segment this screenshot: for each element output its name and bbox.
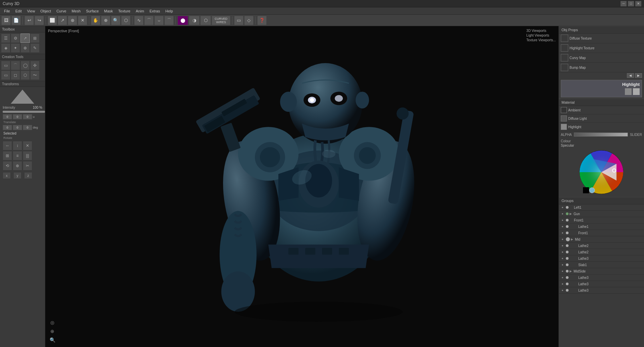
group-lathe3[interactable]: ● Lathe3 [559, 255, 644, 262]
minimize-button[interactable]: ─ [621, 1, 627, 6]
toolbar-redo-btn[interactable]: ↪ [35, 16, 44, 25]
curvy-map-slot[interactable]: Curvy Map [559, 53, 644, 63]
tt-grid[interactable]: ⊞ [3, 151, 12, 160]
bump-value-btn[interactable]: ▶ [635, 73, 642, 78]
toolbar-move-btn[interactable]: ⊕ [101, 16, 110, 25]
ct-7[interactable]: ⬡ [20, 70, 30, 80]
rotate-z-input[interactable] [23, 125, 32, 130]
highlight-btn-1[interactable] [625, 88, 632, 95]
ct-1[interactable]: ▭ [1, 61, 10, 70]
tool-6[interactable]: ✦ [11, 43, 20, 53]
toolbar-spline-btn[interactable]: ⌒ [144, 16, 154, 25]
toolbar-path-btn[interactable]: ⌣ [154, 16, 164, 25]
ct-4[interactable]: ✣ [30, 61, 40, 70]
toolbar-select-btn[interactable]: ↗ [58, 16, 67, 25]
bump-map-slot[interactable]: Bump Map [559, 63, 644, 72]
menu-object[interactable]: Object [38, 8, 54, 14]
ct-2[interactable]: ⌒ [11, 61, 20, 70]
menu-edit[interactable]: Edit [13, 8, 24, 14]
tool-8[interactable]: ✎ [30, 43, 40, 53]
ambient-slot[interactable]: Ambient [559, 106, 644, 114]
close-button[interactable]: ✕ [635, 1, 641, 6]
toolbar-halfsphere-btn[interactable]: ◑ [189, 16, 200, 25]
translate-z-input[interactable] [23, 114, 32, 119]
alpha-slider[interactable] [574, 133, 628, 137]
tool-4[interactable]: ⊞ [30, 34, 40, 43]
toolbar-delete-btn[interactable]: ✕ [78, 16, 87, 25]
toolbar-extra-btn[interactable]: ⬡ [121, 16, 130, 25]
menu-help[interactable]: Help [163, 8, 176, 14]
toolbar-undo-btn[interactable]: ↩ [24, 16, 34, 25]
group-gun[interactable]: ● ▶ Gun [559, 211, 644, 217]
group-lathe2[interactable]: ● Lathe2 [559, 243, 644, 249]
highlight-slot[interactable]: Highlight [559, 123, 644, 131]
translate-y-input[interactable] [13, 114, 22, 119]
viewport-zoom-icon[interactable]: 🔍 [49, 336, 56, 344]
viewport-area[interactable]: Perspective [Front] [45, 26, 558, 347]
tt-rotate-2d[interactable]: ⟲ [3, 161, 12, 170]
toolbar-wire-btn[interactable]: ⬡ [200, 16, 211, 25]
toolbar-curved-wire-btn[interactable]: CURVEDWIRES [212, 16, 230, 25]
toolbar-help-btn[interactable]: ❓ [257, 16, 267, 25]
group-slab1[interactable]: ● Slab1 [559, 262, 644, 268]
viewport-3d-item[interactable]: 3D Viewports [526, 29, 556, 33]
color-wheel-svg[interactable] [578, 149, 625, 196]
group-lathe3-3[interactable]: ● Lathe3 [559, 281, 644, 287]
menu-mask[interactable]: Mask [101, 8, 115, 14]
tool-7[interactable]: ⊕ [20, 43, 30, 53]
toolbar-bezier-btn[interactable]: ⌒ [164, 16, 174, 25]
toolbar-pan-btn[interactable]: ✋ [91, 16, 100, 25]
group-front1[interactable]: ● Front1 [559, 217, 644, 224]
group-mid[interactable]: ● ▶ Mid [559, 236, 644, 243]
viewport-texture-item[interactable]: Texture Viewports... [526, 38, 556, 42]
tool-1[interactable]: ☰ [1, 34, 10, 43]
toolbar-rotate-mode-btn[interactable]: ⊛ [68, 16, 77, 25]
menu-curve[interactable]: Curve [54, 8, 69, 14]
group-lathe2-2[interactable]: ● Lathe2 [559, 249, 644, 255]
toolbar-sphere-btn[interactable]: ⬤ [177, 16, 188, 25]
toolbar-copy-btn[interactable]: ⬜ [48, 16, 57, 25]
tt-move-v[interactable]: ↕ [13, 141, 22, 150]
group-midside[interactable]: ● ▶ MidSide [559, 268, 644, 275]
axis-z-btn[interactable]: z [24, 172, 32, 179]
tool-2[interactable]: ⚙ [11, 34, 20, 43]
tt-cross[interactable]: ✕ [23, 141, 32, 150]
group-lathe3-4[interactable]: ● Lathe3 [559, 287, 644, 294]
tt-lines[interactable]: ≡ [13, 151, 22, 160]
tt-move-h[interactable]: ↔ [3, 141, 12, 150]
menu-view[interactable]: View [24, 8, 38, 14]
maximize-button[interactable]: □ [628, 1, 634, 6]
axis-y-btn[interactable]: y [13, 172, 21, 179]
diffuse-light-slot[interactable]: Diffuse Light [559, 114, 644, 123]
toolbar-zoom-btn[interactable]: 🔍 [111, 16, 120, 25]
rotate-x-input[interactable] [3, 125, 12, 130]
toolbar-curve-btn[interactable]: ∿ [134, 16, 144, 25]
toolbar-new-btn[interactable]: 📄 [11, 16, 21, 25]
toolbar-box-btn[interactable]: ▭ [234, 16, 244, 25]
highlight-btn-2[interactable] [633, 88, 640, 95]
group-front1-2[interactable]: ● Front1 [559, 230, 644, 236]
translate-x-input[interactable] [3, 114, 12, 119]
bump-slider-btn[interactable]: ◀ [627, 73, 634, 78]
viewport-light-item[interactable]: Light Viewports [526, 34, 556, 37]
menu-extras[interactable]: Extras [147, 8, 163, 14]
menu-texture[interactable]: Texture [116, 8, 133, 14]
toolbar-diamond-btn[interactable]: ◇ [244, 16, 254, 25]
highlight-texture-slot[interactable]: Highlight Texture [559, 43, 644, 53]
toolbar-image-btn[interactable]: 🖼 [1, 16, 11, 25]
tt-add[interactable]: ⊕ [13, 161, 22, 170]
viewport-pan-icon[interactable]: ⊕ [49, 328, 56, 335]
tool-5[interactable]: ◈ [1, 43, 10, 53]
ct-3[interactable]: ◯ [20, 61, 30, 70]
menu-mesh[interactable]: Mesh [69, 8, 84, 14]
menu-file[interactable]: File [1, 8, 13, 14]
ct-8[interactable]: 〜 [30, 70, 40, 80]
tool-3[interactable]: ↗ [20, 34, 30, 43]
viewport-compass-icon[interactable]: ◎ [49, 319, 56, 326]
ct-6[interactable]: ◻ [11, 70, 20, 80]
viewport-scene[interactable] [45, 26, 558, 347]
intensity-bar[interactable] [3, 111, 45, 113]
tt-vlines[interactable]: ||| [23, 151, 32, 160]
menu-anim[interactable]: Anim [133, 8, 147, 14]
group-left1[interactable]: ● Left1 [559, 204, 644, 211]
